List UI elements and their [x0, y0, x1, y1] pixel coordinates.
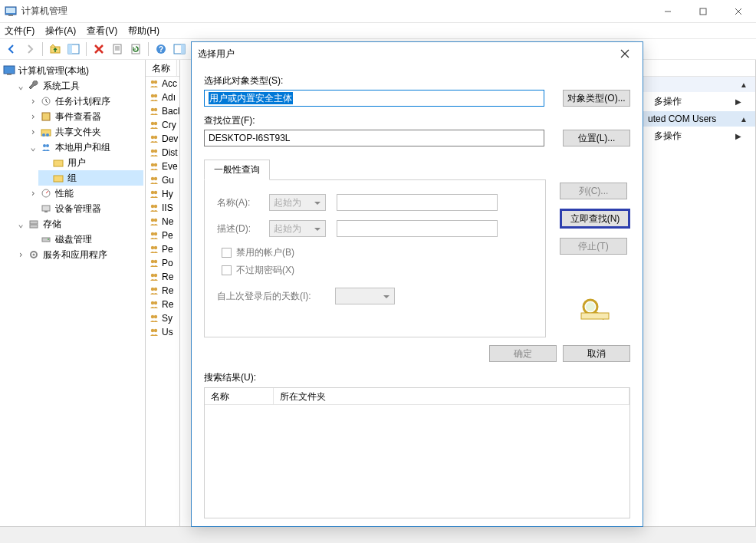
tab-common-query[interactable]: 一般性查询	[204, 160, 270, 180]
help-button[interactable]: ?	[153, 41, 169, 58]
delete-button[interactable]	[90, 41, 107, 58]
days-since-logon-combo[interactable]	[335, 288, 395, 304]
tree-device-manager[interactable]: 设备管理器	[26, 201, 143, 216]
list-item[interactable]: Sy	[146, 311, 179, 325]
svg-rect-31	[54, 176, 63, 182]
tree-services-apps[interactable]: ›服务和应用程序	[14, 247, 143, 262]
results-grid[interactable]: 名称 所在文件夹	[204, 387, 630, 518]
actions-more-ops-1[interactable]: 多操作▶	[640, 92, 755, 111]
tree-local-users[interactable]: ⌄本地用户和组	[26, 140, 143, 155]
desc-match-combo[interactable]: 起始为	[269, 220, 326, 237]
collapse-icon[interactable]: ⌄	[15, 217, 26, 231]
close-button[interactable]	[721, 0, 756, 22]
minimize-button[interactable]	[650, 0, 685, 22]
tree-root[interactable]: 计算机管理(本地)	[2, 63, 143, 78]
disabled-accounts-checkbox[interactable]: 禁用的帐户(B)	[222, 246, 533, 259]
list-item[interactable]: Dist	[146, 146, 179, 160]
up-button[interactable]	[47, 41, 64, 58]
back-button[interactable]	[3, 41, 20, 58]
list-item[interactable]: Ne	[146, 215, 179, 229]
find-now-button[interactable]: 立即查找(N)	[560, 209, 630, 229]
location-field[interactable]	[204, 130, 544, 146]
menu-action[interactable]: 操作(A)	[45, 25, 76, 38]
cancel-button[interactable]: 取消	[563, 345, 630, 362]
collapse-icon[interactable]: ⌄	[28, 140, 38, 154]
actions-section-2[interactable]: uted COM Users▲	[640, 111, 755, 127]
svg-point-53	[151, 163, 154, 166]
svg-point-52	[154, 150, 157, 153]
list-item[interactable]: Re	[146, 298, 179, 311]
object-type-field[interactable]: 用户或内置安全主体	[204, 90, 544, 107]
svg-point-74	[154, 301, 157, 304]
col-name[interactable]: 名称	[146, 60, 177, 76]
list-item[interactable]: Pe	[146, 229, 179, 242]
results-col-name[interactable]: 名称	[205, 388, 274, 404]
results-col-folder[interactable]: 所在文件夹	[274, 388, 629, 404]
collapse-icon[interactable]: ⌄	[15, 79, 26, 93]
tree-users[interactable]: 用户	[38, 155, 143, 170]
expand-icon[interactable]: ›	[28, 110, 38, 123]
tree-system-tools[interactable]: ⌄系统工具	[14, 78, 143, 94]
menu-view[interactable]: 查看(V)	[87, 25, 117, 38]
group-icon	[149, 258, 159, 268]
tree-shared-folders[interactable]: ›共享文件夹	[26, 124, 143, 140]
expand-icon[interactable]: ›	[28, 186, 38, 200]
name-input[interactable]	[337, 194, 498, 211]
expand-icon[interactable]: ›	[28, 125, 38, 139]
list-item[interactable]: IIS	[146, 201, 179, 215]
tree-task-scheduler[interactable]: ›任务计划程序	[26, 94, 143, 109]
tree-storage[interactable]: ⌄存储	[14, 216, 143, 232]
ok-button[interactable]: 确定	[489, 345, 557, 362]
tree-performance[interactable]: ›性能	[26, 186, 143, 201]
dialog-close-button[interactable]	[613, 42, 636, 65]
list-item[interactable]: Eve	[146, 160, 179, 173]
show-hide-tree-button[interactable]	[65, 41, 82, 58]
name-match-combo[interactable]: 起始为	[269, 194, 326, 211]
maximize-button[interactable]	[685, 0, 721, 22]
forward-button[interactable]	[21, 41, 38, 58]
group-icon	[149, 285, 159, 296]
list-item[interactable]: Hy	[146, 187, 179, 201]
actions-section[interactable]: ▲	[640, 77, 755, 92]
list-item[interactable]: Cry	[146, 118, 179, 132]
actions-pane-button[interactable]	[171, 41, 188, 58]
object-type-label: 选择此对象类型(S):	[204, 74, 630, 87]
menu-file[interactable]: 文件(F)	[5, 25, 35, 38]
svg-point-57	[151, 191, 154, 194]
group-icon	[149, 244, 159, 255]
expand-icon[interactable]: ›	[28, 94, 38, 108]
list-header[interactable]: 名称	[146, 60, 179, 77]
group-icon	[149, 92, 159, 103]
expand-icon[interactable]: ›	[15, 248, 26, 262]
properties-button[interactable]	[109, 41, 126, 58]
stop-button[interactable]: 停止(T)	[560, 238, 627, 255]
tree-event-viewer[interactable]: ›事件查看器	[26, 109, 143, 124]
perf-icon	[40, 187, 52, 199]
svg-point-26	[42, 133, 45, 137]
group-icon	[149, 216, 159, 227]
list-item[interactable]: Pe	[146, 242, 179, 256]
svg-point-64	[154, 232, 157, 235]
columns-button[interactable]: 列(C)...	[560, 183, 627, 199]
desc-input[interactable]	[337, 220, 498, 237]
refresh-button[interactable]	[127, 41, 144, 58]
tree-disk-management[interactable]: 磁盘管理	[26, 232, 143, 247]
object-types-button[interactable]: 对象类型(O)...	[563, 90, 630, 107]
tree-groups[interactable]: 组	[38, 170, 143, 186]
list-item[interactable]: Acc	[146, 77, 179, 90]
list-item[interactable]: Us	[146, 325, 179, 339]
svg-point-47	[151, 122, 154, 125]
list-item[interactable]: Bacl	[146, 104, 179, 118]
list-item[interactable]: Gu	[146, 173, 179, 187]
list-item[interactable]: Po	[146, 256, 179, 270]
list-item[interactable]: Re	[146, 270, 179, 284]
list-item[interactable]: Dev	[146, 132, 179, 146]
dialog-titlebar: 选择用户	[192, 42, 643, 65]
list-item[interactable]: Adı	[146, 90, 179, 104]
list-item[interactable]: Re	[146, 284, 179, 298]
menu-help[interactable]: 帮助(H)	[128, 25, 159, 38]
non-expiring-pw-checkbox[interactable]: 不过期密码(X)	[222, 264, 533, 277]
locations-button[interactable]: 位置(L)...	[563, 130, 630, 146]
group-icon	[149, 327, 159, 337]
actions-more-ops-2[interactable]: 多操作▶	[640, 127, 755, 146]
